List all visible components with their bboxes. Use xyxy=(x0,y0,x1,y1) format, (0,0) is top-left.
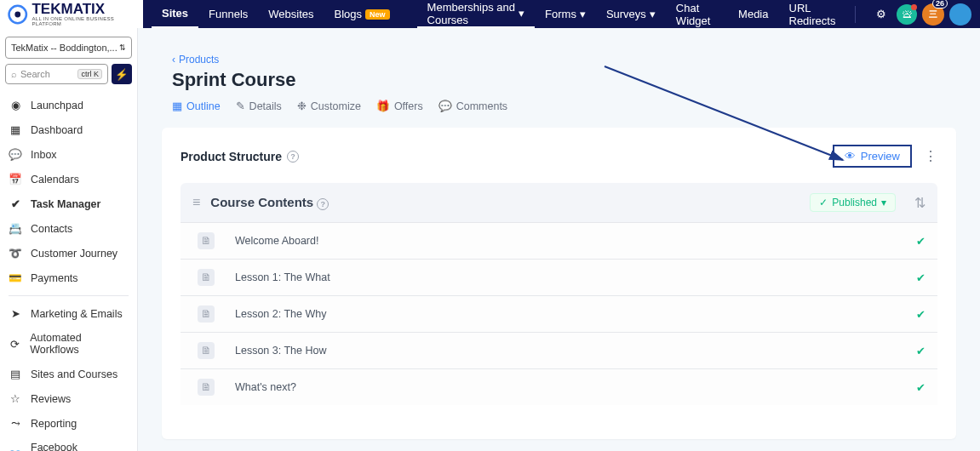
chevron-down-icon: ▾ xyxy=(881,197,886,208)
calendar-icon: 📅 xyxy=(9,173,22,186)
sidebar-item-inbox[interactable]: 💬Inbox xyxy=(0,142,137,167)
sidebar-divider xyxy=(9,295,129,296)
notification-dot xyxy=(911,4,917,10)
tab-customize[interactable]: ❉Customize xyxy=(297,100,361,112)
workflow-icon: ⟳ xyxy=(9,338,21,351)
outline-icon: ▦ xyxy=(172,100,182,112)
main-content: ‹Products Sprint Course ▦Outline ✎Detail… xyxy=(138,28,980,451)
tab-comments[interactable]: 💬Comments xyxy=(438,100,507,112)
check-circle-icon: ✔ xyxy=(916,271,926,284)
check-circle-icon: ✔ xyxy=(916,308,926,321)
more-menu[interactable]: ⋮ xyxy=(924,148,937,164)
brand-tagline: ALL IN ONE ONLINE BUSINESS PLATFORM xyxy=(32,16,143,26)
check-circle-icon: ✔ xyxy=(916,381,926,394)
drag-icon[interactable]: ≡ xyxy=(192,195,200,210)
help-icon[interactable]: ? xyxy=(317,198,329,210)
lesson-row[interactable]: 🗎Lesson 1: The What✔ xyxy=(181,259,937,295)
sidebar-item-launchpad[interactable]: ◉Launchpad xyxy=(0,93,137,117)
check-circle-icon: ✔ xyxy=(9,197,22,210)
chart-icon: ⤳ xyxy=(9,417,22,430)
tabs: ▦Outline ✎Details ❉Customize 🎁Offers 💬Co… xyxy=(172,100,980,112)
check-icon: ✓ xyxy=(819,197,828,208)
chevron-down-icon: ▾ xyxy=(519,7,524,20)
contents-title: Course Contents ? xyxy=(210,195,329,210)
help-icon[interactable]: ? xyxy=(287,151,299,163)
pencil-icon: ✎ xyxy=(236,100,245,112)
sidebar-item-payments[interactable]: 💳Payments xyxy=(0,265,137,290)
sidebar-item-workflows[interactable]: ⟳Automated Workflows xyxy=(0,326,137,362)
contacts-icon: 📇 xyxy=(9,222,22,235)
lesson-row[interactable]: 🗎Lesson 2: The Why✔ xyxy=(181,295,937,332)
document-icon: 🗎 xyxy=(198,232,215,249)
palette-icon: ❉ xyxy=(297,100,307,112)
sidebar-item-tasks[interactable]: ✔Task Manager xyxy=(0,191,137,216)
sidebar-item-journey[interactable]: ➰Customer Journey xyxy=(0,241,137,265)
nav-media[interactable]: Media xyxy=(728,8,778,20)
lesson-row[interactable]: 🗎Welcome Aboard!✔ xyxy=(181,222,937,259)
nav-sites[interactable]: Sites xyxy=(152,0,198,28)
lesson-title: Lesson 2: The Why xyxy=(235,308,326,320)
sidebar-item-facebook[interactable]: 👥Facebook Community G... xyxy=(0,436,137,451)
brand-name: TEKMATIX xyxy=(32,2,143,16)
card-icon: 💳 xyxy=(9,271,22,284)
lightning-icon: ⚡ xyxy=(115,68,129,81)
account-name: TekMatix -- Boddington,... xyxy=(11,43,117,53)
course-contents: ≡ Course Contents ? ✓Published▾ ⇅ 🗎Welco… xyxy=(181,183,937,405)
grid-icon: ▦ xyxy=(9,123,22,136)
nav-redirects[interactable]: URL Redirects xyxy=(779,2,849,27)
nav-funnels[interactable]: Funnels xyxy=(198,8,258,20)
notification-bell[interactable]: 🛎 xyxy=(897,4,917,25)
document-icon: 🗎 xyxy=(198,269,215,286)
sidebar-item-reviews[interactable]: ☆Reviews xyxy=(0,386,137,411)
check-circle-icon: ✔ xyxy=(916,235,926,248)
account-selector[interactable]: TekMatix -- Boddington,... ⇅ xyxy=(5,37,132,59)
gear-icon[interactable]: ⚙ xyxy=(866,8,897,20)
notification-counter[interactable]: 三26 xyxy=(922,3,944,26)
sidebar: TekMatix -- Boddington,... ⇅ ⌕Search ctr… xyxy=(0,28,138,451)
nav-chat[interactable]: Chat Widget xyxy=(666,2,728,27)
nav-forms[interactable]: Forms▾ xyxy=(535,8,596,20)
sidebar-item-marketing[interactable]: ➤Marketing & Emails xyxy=(0,301,137,326)
check-circle-icon: ✔ xyxy=(916,345,926,357)
nav-blogs[interactable]: BlogsNew xyxy=(324,8,400,20)
sidebar-item-reporting[interactable]: ⤳Reporting xyxy=(0,411,137,436)
updown-icon: ⇅ xyxy=(119,43,126,52)
preview-button[interactable]: 👁Preview xyxy=(833,145,912,168)
chevron-down-icon: ▾ xyxy=(580,8,586,20)
sort-icon[interactable]: ⇅ xyxy=(914,195,926,211)
nav-surveys[interactable]: Surveys▾ xyxy=(596,8,666,20)
comment-icon: 💬 xyxy=(438,100,452,112)
sidebar-item-calendars[interactable]: 📅Calendars xyxy=(0,167,137,191)
tab-details[interactable]: ✎Details xyxy=(236,100,282,112)
tab-outline[interactable]: ▦Outline xyxy=(172,100,221,112)
search-kbd: ctrl K xyxy=(77,69,102,79)
search-icon: ⌕ xyxy=(11,69,17,79)
lesson-row[interactable]: 🗎Lesson 3: The How✔ xyxy=(181,332,937,368)
chevron-down-icon: ▾ xyxy=(650,8,656,20)
gauge-icon: ◉ xyxy=(9,99,22,111)
sites-icon: ▤ xyxy=(9,368,22,380)
published-status[interactable]: ✓Published▾ xyxy=(810,193,896,212)
brand-logo[interactable]: TEKMATIX ALL IN ONE ONLINE BUSINESS PLAT… xyxy=(0,0,143,28)
svg-point-1 xyxy=(14,11,20,17)
breadcrumb[interactable]: ‹Products xyxy=(172,54,980,66)
journey-icon: ➰ xyxy=(9,247,22,260)
people-icon: 👥 xyxy=(9,448,22,452)
nav-divider xyxy=(855,6,856,23)
page-title: Sprint Course xyxy=(172,69,980,91)
sidebar-item-sites[interactable]: ▤Sites and Courses xyxy=(0,362,137,386)
avatar[interactable] xyxy=(949,3,971,26)
new-badge: New xyxy=(365,9,390,20)
sidebar-item-dashboard[interactable]: ▦Dashboard xyxy=(0,117,137,142)
chat-icon: 💬 xyxy=(9,148,22,161)
sidebar-item-contacts[interactable]: 📇Contacts xyxy=(0,216,137,241)
nav-websites[interactable]: Websites xyxy=(258,8,324,20)
tab-offers[interactable]: 🎁Offers xyxy=(376,100,423,112)
quick-add-button[interactable]: ⚡ xyxy=(112,64,132,84)
product-structure-card: Product Structure? 👁Preview ⋮ ≡ Course C… xyxy=(162,128,956,439)
document-icon: 🗎 xyxy=(198,342,215,359)
lesson-row[interactable]: 🗎What's next?✔ xyxy=(181,368,937,405)
chevron-left-icon: ‹ xyxy=(172,54,175,66)
search-input[interactable]: ⌕Search ctrl K xyxy=(5,64,108,84)
nav-memberships[interactable]: Memberships and Courses▾ xyxy=(417,0,535,28)
